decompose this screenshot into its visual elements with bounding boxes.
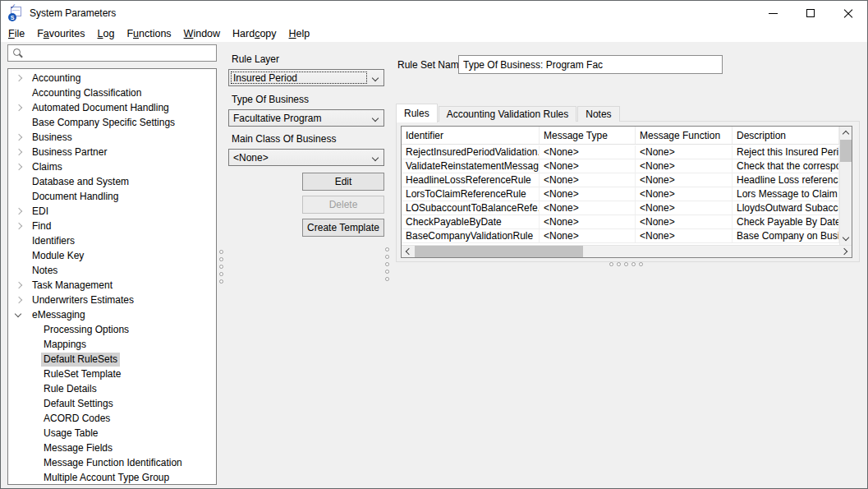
tree-item-label: Message Function Identification [41,456,185,470]
column-header-message-type[interactable]: Message Type [540,127,636,144]
table-row[interactable]: RejectInsuredPeriodValidation...<None><N… [402,145,839,159]
tree-item-document-handling[interactable]: Document Handling [8,189,216,204]
tree-item-identifiers[interactable]: Identifiers [8,233,216,248]
maximize-button[interactable] [792,1,829,25]
rule-set-name-input[interactable] [458,55,723,74]
scroll-left-button[interactable] [402,246,414,257]
tree-item-underwriters-estimates[interactable]: Underwriters Estimates [8,293,216,307]
table-body: RejectInsuredPeriodValidation...<None><N… [402,145,839,245]
tree-item-edi[interactable]: EDI [8,204,216,219]
tree-item-usage-table[interactable]: Usage Table [8,426,216,441]
tree-item-multiple-account-type-group[interactable]: Multiple Account Type Group [8,470,216,485]
chevron-right-icon[interactable] [13,147,24,158]
chevron-down-icon[interactable] [13,310,24,321]
table-row[interactable]: LOSubaccountToBalanceRefe...<None><None>… [402,201,839,215]
create-template-button[interactable]: Create Template [302,219,384,237]
menu-item-window[interactable]: Window [184,28,220,39]
horizontal-splitter-grip[interactable] [609,262,643,266]
menu-item-functions[interactable]: Functions [126,28,171,39]
app-icon-s-badge: S [8,13,16,21]
tree-item-database-and-system[interactable]: Database and System [8,174,216,189]
grip-dot [385,270,389,274]
tree-item-message-fields[interactable]: Message Fields [8,441,216,455]
table-cell: ValidateReinstatementMessage [402,159,540,173]
scroll-down-button[interactable] [840,233,852,245]
menubar: FileFavouritesLogFunctionsWindowHardcopy… [1,25,867,42]
tab-notes[interactable]: Notes [577,106,619,122]
scroll-up-button[interactable] [840,127,852,139]
vertical-scrollbar-thumb[interactable] [840,140,852,162]
maximize-icon [806,9,815,17]
rules-table: IdentifierMessage TypeMessage FunctionDe… [401,126,852,258]
horizontal-scrollbar-thumb[interactable] [415,246,583,257]
minimize-button[interactable] [754,1,792,25]
column-header-description[interactable]: Description [733,127,839,144]
tree-item-find[interactable]: Find [8,219,216,233]
chevron-right-icon[interactable] [13,295,24,306]
tree-item-label: Accounting Classification [30,86,144,100]
type-of-business-combobox[interactable]: Facultative Program [228,109,384,127]
chevron-right-icon[interactable] [13,280,24,291]
chevron-right-icon[interactable] [13,103,24,113]
chevron-right-icon[interactable] [13,132,24,143]
tree-item-accounting-classification[interactable]: Accounting Classification [8,85,216,100]
column-header-identifier[interactable]: Identifier [402,127,540,144]
tree-item-default-settings[interactable]: Default Settings [8,396,216,411]
grip-dot [639,262,643,266]
menu-item-help[interactable]: Help [289,28,310,39]
tree-item-ruleset-template[interactable]: RuleSet Template [8,367,216,381]
chevron-right-icon[interactable] [13,206,24,217]
tree-item-acord-codes[interactable]: ACORD Codes [8,411,216,426]
close-button[interactable] [829,1,867,25]
expander-spacer [25,458,35,468]
rule-layer-combobox[interactable]: Insured Period [228,69,384,86]
tree-item-default-rulesets[interactable]: Default RuleSets [8,352,216,367]
tree-item-base-company-specific-settings[interactable]: Base Company Specific Settings [8,115,216,130]
menu-item-log[interactable]: Log [98,28,115,39]
table-row[interactable]: ValidateReinstatementMessage<None><None>… [402,159,839,173]
table-row[interactable]: BaseCompanyValidationRule<None><None>Bas… [402,229,839,243]
tree-item-label: Task Management [30,279,115,293]
tree-item-mappings[interactable]: Mappings [8,337,216,352]
tree-item-claims[interactable]: Claims [8,159,216,174]
chevron-right-icon[interactable] [13,221,24,232]
tab-rules[interactable]: Rules [396,104,438,122]
expander-spacer [25,473,35,483]
vertical-splitter-left-grip[interactable] [219,250,223,284]
menu-item-file[interactable]: File [8,28,25,39]
tree-item-label: Business [30,131,75,145]
chevron-right-icon[interactable] [13,73,24,84]
tree-item-module-key[interactable]: Module Key [8,248,216,263]
window-controls [754,1,867,25]
table-cell: Lors Message to Claim R [733,187,839,201]
tree-item-business-partner[interactable]: Business Partner [8,145,216,159]
tree-item-task-management[interactable]: Task Management [8,278,216,293]
vertical-splitter-right-grip[interactable] [385,247,389,281]
tree-item-emessaging[interactable]: eMessaging [8,307,216,322]
table-row[interactable]: HeadlineLossReferenceRule<None><None>Hea… [402,173,839,187]
tree-item-business[interactable]: Business [8,130,216,145]
grip-dot [385,247,389,251]
table-cell: <None> [540,201,636,215]
scroll-right-button[interactable] [839,246,852,257]
column-header-message-function[interactable]: Message Function [636,127,733,144]
menu-item-hardcopy[interactable]: Hardcopy [232,28,277,39]
tree-item-automated-document-handling[interactable]: Automated Document Handling [8,100,216,115]
menu-item-favourites[interactable]: Favourites [37,28,85,39]
delete-button[interactable]: Delete [302,196,384,214]
chevron-right-icon[interactable] [13,162,24,173]
edit-button[interactable]: Edit [302,173,384,191]
tree-item-label: Base Company Specific Settings [30,116,177,130]
search-input[interactable] [23,48,216,59]
expander-spacer [13,118,24,128]
tree-item-processing-options[interactable]: Processing Options [8,322,216,337]
tree-item-message-function-identification[interactable]: Message Function Identification [8,455,216,470]
tree-item-accounting[interactable]: Accounting [8,71,216,85]
tab-accounting-validation-rules[interactable]: Accounting Validation Rules [439,106,577,122]
table-row[interactable]: LorsToClaimReferenceRule<None><None>Lors… [402,187,839,201]
expander-spacer [13,88,24,99]
table-row[interactable]: CheckPayableByDate<None><None>Check Paya… [402,215,839,229]
main-class-of-business-combobox[interactable]: <None> [228,149,384,166]
tree-item-rule-details[interactable]: Rule Details [8,381,216,396]
tree-item-notes[interactable]: Notes [8,263,216,278]
